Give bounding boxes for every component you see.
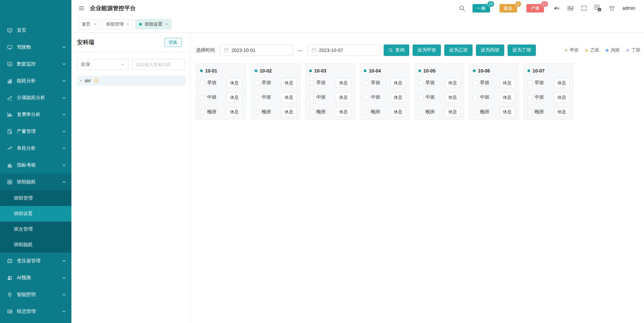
shift-checkbox[interactable] [473, 110, 478, 114]
rest-button[interactable]: 休息 [500, 78, 515, 88]
shift-checkbox[interactable] [364, 81, 368, 85]
rest-button[interactable]: 休息 [445, 107, 460, 117]
close-icon[interactable]: × [127, 22, 129, 27]
alarm-badge-urgent[interactable]: 紧急0 [500, 4, 517, 12]
set-team-a-button[interactable]: 设为甲班 [413, 45, 441, 56]
shift-checkbox[interactable] [255, 81, 259, 85]
rest-button[interactable]: 休息 [227, 78, 242, 88]
sidebar-subitem-team-energy-sub[interactable]: 班组能耗 [0, 237, 71, 253]
sidebar-subitem-team-management[interactable]: 班组管理 [0, 190, 71, 206]
line-chart-icon [7, 95, 12, 100]
search-icon[interactable] [459, 5, 465, 11]
shift-checkbox[interactable] [309, 95, 314, 100]
big-screen-icon[interactable] [567, 5, 574, 11]
sidebar-item-team-energy[interactable]: 班组能耗 [0, 174, 71, 190]
tab-team-settings[interactable]: 班组设置× [135, 19, 171, 29]
shift-checkbox[interactable] [473, 81, 478, 85]
rest-button[interactable]: 休息 [281, 78, 297, 88]
org-type-select[interactable]: 企业 [77, 59, 128, 70]
close-icon[interactable]: × [165, 22, 168, 27]
mute-icon[interactable] [553, 5, 560, 11]
caret-right-icon[interactable]: ▸ [80, 79, 82, 82]
rest-button[interactable]: 休息 [390, 107, 406, 117]
shift-row: 早班休息 [200, 78, 242, 88]
sidebar-item-unit-consumption[interactable]: 单耗分析 [0, 140, 71, 157]
set-team-c-button[interactable]: 设为丙班 [476, 45, 504, 56]
sidebar-item-cockpit[interactable]: 驾驶舱 [0, 39, 71, 56]
end-date-value[interactable] [319, 48, 376, 53]
query-button[interactable]: 查询 [384, 45, 409, 56]
set-team-d-button[interactable]: 设为丁班 [508, 45, 536, 56]
alarm-badge-normal[interactable]: 一般29 [473, 4, 490, 12]
rest-button[interactable]: 休息 [500, 107, 515, 117]
shift-checkbox[interactable] [309, 81, 314, 85]
rest-button[interactable]: 休息 [554, 92, 570, 102]
shift-row: 早班休息 [527, 78, 570, 88]
tab-label: 首页 [82, 21, 91, 27]
rest-button[interactable]: 休息 [390, 92, 406, 102]
sidebar-item-tariff-analysis[interactable]: 复费率分析 [0, 106, 71, 123]
shift-checkbox[interactable] [527, 81, 532, 85]
fullscreen-icon[interactable] [581, 5, 587, 11]
schedule-panel: 选择时间 — [190, 33, 644, 323]
sidebar-item-ai-forecast[interactable]: AI预测 [0, 269, 71, 286]
sidebar-item-production[interactable]: 产量管理 [0, 123, 71, 140]
switch-button[interactable]: 切换 [164, 38, 182, 47]
theme-icon[interactable] [609, 5, 615, 11]
tree-node-akr[interactable]: ▸ akr [77, 76, 185, 86]
sidebar-item-data-monitoring[interactable]: 数据监控 [0, 56, 71, 72]
sidebar-item-kpi-assessment[interactable]: 指标考核 [0, 157, 71, 174]
tab-team-management[interactable]: 班组管理× [102, 19, 133, 29]
rest-button[interactable]: 休息 [390, 78, 406, 88]
rest-button[interactable]: 休息 [336, 92, 351, 102]
shift-checkbox[interactable] [200, 95, 205, 100]
sidebar-item-sub-energy-analysis[interactable]: 分项能耗分析 [0, 89, 71, 106]
rest-button[interactable]: 休息 [554, 107, 570, 117]
sidebar-item-home[interactable]: 首页 [0, 22, 71, 39]
sidebar-item-energy-analysis[interactable]: 能耗分析 [0, 72, 71, 89]
shift-checkbox[interactable] [309, 110, 314, 114]
rest-button[interactable]: 休息 [227, 92, 242, 102]
shift-checkbox[interactable] [418, 95, 423, 100]
shift-checkbox[interactable] [364, 110, 368, 114]
rest-button[interactable]: 休息 [445, 78, 460, 88]
sidebar-item-smart-lighting[interactable]: 智能照明 [0, 286, 71, 303]
shift-checkbox[interactable] [255, 110, 259, 114]
rest-button[interactable]: 休息 [500, 92, 515, 102]
shift-checkbox[interactable] [200, 81, 205, 85]
shift-checkbox[interactable] [200, 110, 205, 114]
chevron-up-icon [62, 180, 66, 184]
org-tree: ▸ akr [71, 70, 190, 86]
close-icon[interactable]: × [94, 22, 96, 27]
translate-icon[interactable]: 中A [594, 5, 601, 11]
rest-button[interactable]: 休息 [336, 78, 351, 88]
start-date-value[interactable] [231, 48, 289, 53]
start-date-input[interactable] [220, 45, 293, 56]
tree-search-input[interactable] [132, 59, 185, 70]
shift-checkbox[interactable] [527, 95, 532, 100]
rest-button[interactable]: 休息 [227, 107, 242, 117]
shift-checkbox[interactable] [418, 81, 423, 85]
set-team-b-button[interactable]: 设为乙班 [444, 45, 473, 56]
alarm-badge-critical[interactable]: 严重23 [526, 4, 544, 12]
shift-checkbox[interactable] [473, 95, 478, 100]
rest-button[interactable]: 休息 [281, 92, 297, 102]
collapse-menu-icon[interactable] [78, 5, 85, 11]
sidebar-subitem-team-settings[interactable]: 班组设置 [0, 206, 71, 222]
sidebar-item-transformer-management[interactable]: 变压器管理 [0, 253, 71, 269]
rest-button[interactable]: 休息 [554, 78, 570, 88]
shift-checkbox[interactable] [527, 110, 532, 114]
shift-checkbox[interactable] [255, 95, 259, 100]
end-date-input[interactable] [308, 45, 380, 56]
day-date: 10-03 [314, 68, 326, 74]
tab-home[interactable]: 首页× [78, 19, 100, 29]
username[interactable]: admin [622, 5, 635, 11]
rest-button[interactable]: 休息 [281, 107, 297, 117]
sidebar-subitem-shift-management[interactable]: 班次管理 [0, 222, 71, 237]
set-team-buttons: 设为甲班设为乙班设为丙班设为丁班 [413, 45, 536, 56]
rest-button[interactable]: 休息 [336, 107, 351, 117]
rest-button[interactable]: 休息 [445, 92, 460, 102]
shift-checkbox[interactable] [418, 110, 423, 114]
sidebar-item-scada-management[interactable]: 组态管理 [0, 303, 71, 320]
shift-checkbox[interactable] [364, 95, 368, 100]
